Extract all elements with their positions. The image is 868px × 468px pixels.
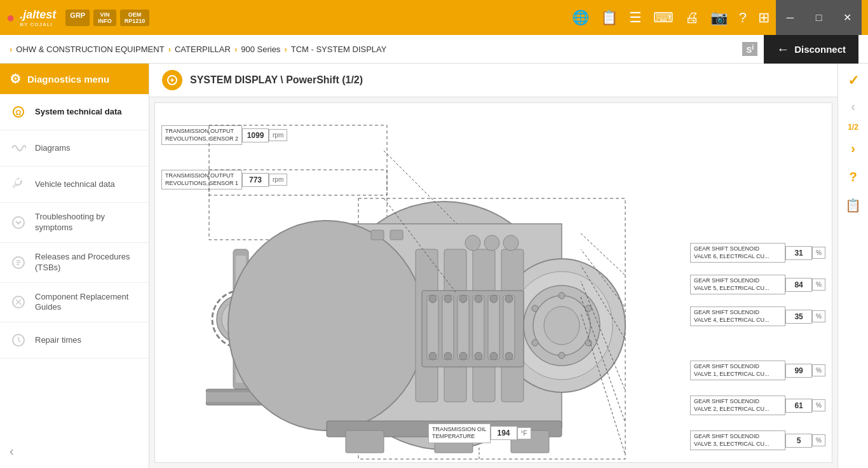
svg-rect-28 <box>442 296 454 359</box>
gs5-value: 84 <box>785 278 812 292</box>
svg-point-44 <box>505 352 513 360</box>
svg-rect-27 <box>427 296 438 359</box>
svg-point-33 <box>429 295 437 303</box>
oil-temp-value: 194 <box>491 426 517 440</box>
repair-times-icon <box>10 331 27 349</box>
releases-icon <box>10 254 27 272</box>
check-button[interactable]: ✓ <box>841 69 865 93</box>
minimize-button[interactable]: ─ <box>776 0 804 35</box>
sidebar-header: ⚙ Diagnostics menu <box>0 64 149 94</box>
svg-point-52 <box>532 305 538 312</box>
sidebar-item-releases[interactable]: Releases and Procedures (TSBs) <box>0 243 149 283</box>
collapse-icon: ‹ <box>10 444 14 458</box>
svg-point-46 <box>544 306 580 345</box>
svg-point-42 <box>475 352 482 360</box>
disconnect-button[interactable]: ← Disconnect <box>764 35 858 64</box>
badge-oem[interactable]: OEM RP1210 <box>120 10 150 26</box>
gs4-value: 35 <box>785 310 812 324</box>
right-controls: Si ← Disconnect <box>742 35 858 64</box>
help-icon[interactable]: ? <box>739 10 747 26</box>
gs1-unit: % <box>812 364 825 376</box>
content-area: SYSTEM DISPLAY \ PowerShift (1/2) TRANSM… <box>149 64 837 468</box>
svg-point-37 <box>490 295 498 303</box>
svg-point-34 <box>444 295 452 303</box>
s-icon: Si <box>742 42 757 56</box>
sidebar-label-system-technical-data: System technical data <box>35 107 122 118</box>
close-button[interactable]: ✕ <box>833 0 862 35</box>
sidebar-label-repair-times: Repair times <box>35 335 81 346</box>
sidebar-item-repair-times[interactable]: Repair times <box>0 322 149 359</box>
svg-rect-32 <box>503 296 515 359</box>
list-icon[interactable]: ☰ <box>629 10 642 26</box>
badge-vin-label: VIN <box>98 11 112 18</box>
svg-point-35 <box>459 295 467 303</box>
sensor-box-oil-temp: TRANSMISSION OILTEMPERATURE 194 °F <box>428 423 531 443</box>
gs5-unit: % <box>812 279 825 291</box>
oil-temp-unit: °F <box>517 427 531 439</box>
disconnect-arrow-icon: ← <box>776 42 789 57</box>
gs2-label: GEAR SHIFT SOLENOIDVALVE 2, ELECTRICAL C… <box>690 396 785 415</box>
gear-row-gs4: GEAR SHIFT SOLENOIDVALVE 4, ELECTRICAL C… <box>690 306 825 326</box>
gs4-unit: % <box>812 310 825 322</box>
badge-grp[interactable]: GRP <box>65 10 90 26</box>
window-controls: ─ □ ✕ <box>776 0 862 35</box>
gs6-value: 31 <box>785 246 812 260</box>
grid-icon[interactable]: ⊞ <box>758 10 770 26</box>
badge-vin[interactable]: VIN INFO <box>93 10 116 26</box>
omega-icon: Ω <box>10 103 27 121</box>
logo-cojali: BY COJALI <box>20 22 56 27</box>
svg-point-18 <box>228 221 425 430</box>
logo-area: ● .jaltest BY COJALI <box>6 8 56 27</box>
breadcrumb-arrow-2: › <box>234 45 237 54</box>
sidebar-item-system-technical-data[interactable]: Ω System technical data <box>0 94 149 130</box>
diagram-area: TRANSMISSION OUTPUTREVOLUTIONS, SENSOR 2… <box>154 102 832 463</box>
breadcrumb-tcm[interactable]: TCM - SYSTEM DISPLAY <box>291 45 387 54</box>
keyboard-icon[interactable]: ⌨ <box>653 10 674 26</box>
sidebar-collapse-button[interactable]: ‹ <box>0 434 149 468</box>
main-layout: ⚙ Diagnostics menu Ω System technical da… <box>0 64 868 468</box>
camera-icon[interactable]: 📷 <box>710 10 728 26</box>
svg-point-51 <box>532 340 538 346</box>
maximize-button[interactable]: □ <box>804 0 833 35</box>
gs3-value: 5 <box>785 434 812 448</box>
breadcrumb-caterpillar[interactable]: CATERPILLAR <box>175 45 231 54</box>
sidebar-item-troubleshooting[interactable]: Troubleshooting by symptoms <box>0 203 149 243</box>
gear-row-gs3: GEAR SHIFT SOLENOIDVALVE 3, ELECTRICAL C… <box>690 430 825 450</box>
svg-rect-31 <box>488 296 499 359</box>
sidebar-item-component-replacement[interactable]: Component Replacement Guides <box>0 283 149 323</box>
gs1-label: GEAR SHIFT SOLENOIDVALVE 1, ELECTRICAL C… <box>690 361 785 380</box>
disconnect-label: Disconnect <box>794 44 846 55</box>
gear-row-gs2: GEAR SHIFT SOLENOIDVALVE 2, ELECTRICAL C… <box>690 396 825 415</box>
globe-icon[interactable]: 🌐 <box>572 10 589 26</box>
oil-temp-label: TRANSMISSION OILTEMPERATURE <box>428 423 491 443</box>
gear-row-gs6: GEAR SHIFT SOLENOIDVALVE 6, ELECTRICAL C… <box>690 243 825 263</box>
back-button[interactable]: ‹ <box>841 94 865 118</box>
svg-point-36 <box>475 295 482 303</box>
svg-rect-60 <box>371 230 384 240</box>
breadcrumb-900[interactable]: 900 Series <box>241 45 280 54</box>
sidebar-label-troubleshooting: Troubleshooting by symptoms <box>35 212 139 233</box>
printer-icon[interactable]: 🖨 <box>685 10 699 26</box>
document-icon[interactable]: 📋 <box>600 10 618 26</box>
clipboard-button[interactable]: 📋 <box>841 193 865 217</box>
header-icons: 🌐 📋 ☰ ⌨ 🖨 📷 ? ⊞ <box>572 10 770 26</box>
svg-text:Ω: Ω <box>16 109 22 116</box>
svg-rect-29 <box>458 296 469 359</box>
breadcrumb-arrow-0: › <box>10 45 12 54</box>
gear-row-gs5: GEAR SHIFT SOLENOIDVALVE 5, ELECTRICAL C… <box>690 275 825 294</box>
powershift-icon <box>162 70 182 90</box>
question-button[interactable]: ? <box>841 165 865 189</box>
svg-point-40 <box>444 352 452 360</box>
forward-button[interactable]: › <box>841 136 865 160</box>
page-indicator: 1/2 <box>848 120 858 135</box>
breadcrumb-arrow-1: › <box>168 45 171 54</box>
sidebar-label-releases: Releases and Procedures (TSBs) <box>35 252 139 273</box>
gs4-label: GEAR SHIFT SOLENOIDVALVE 4, ELECTRICAL C… <box>690 306 785 326</box>
gs3-unit: % <box>812 434 825 446</box>
sidebar-label-diagrams: Diagrams <box>35 143 71 154</box>
sidebar-item-diagrams[interactable]: Diagrams <box>0 130 149 167</box>
sidebar-item-vehicle-technical-data[interactable]: Vehicle technical data <box>0 167 149 203</box>
sidebar-header-label: Diagnostics menu <box>27 74 109 85</box>
gs2-unit: % <box>812 399 825 411</box>
breadcrumb-ohw[interactable]: OHW & CONSTRUCTION EQUIPMENT <box>16 45 164 54</box>
